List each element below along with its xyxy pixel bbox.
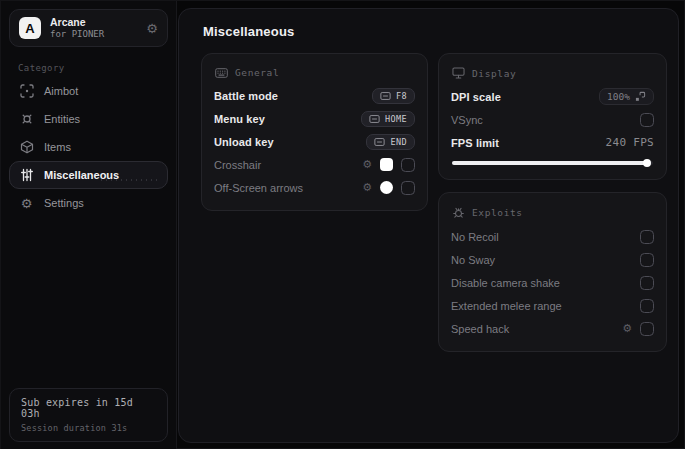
setting-label: VSync xyxy=(451,114,632,126)
category-label: Category xyxy=(18,63,168,73)
setting-label: FPS limit xyxy=(451,137,598,149)
panel-title: General xyxy=(235,67,279,78)
header-settings-gear-icon[interactable]: ⚙ xyxy=(146,22,158,35)
no-recoil-checkbox[interactable] xyxy=(640,230,654,244)
session-duration-text: Session duration 31s xyxy=(21,423,156,433)
setting-label: Unload key xyxy=(214,136,358,148)
vsync-checkbox[interactable] xyxy=(640,113,654,127)
page-title: Miscellaneous xyxy=(203,24,667,39)
setting-label: Menu key xyxy=(214,113,353,125)
setting-row-melee-range: Extended melee range xyxy=(451,294,654,317)
sidebar-item-label: Entities xyxy=(44,113,80,125)
general-panel: General Battle mode F8 Menu key HO xyxy=(201,53,428,211)
offscreen-config-gear-icon[interactable]: ⚙ xyxy=(362,182,372,193)
setting-label: Extended melee range xyxy=(451,300,632,312)
crosshair-checkbox[interactable] xyxy=(401,158,415,172)
setting-row-battle-mode: Battle mode F8 xyxy=(214,84,415,107)
keyboard-icon xyxy=(380,92,391,100)
sidebar-item-label: Settings xyxy=(44,197,84,209)
entities-icon xyxy=(19,112,34,127)
setting-row-no-sway: No Sway xyxy=(451,248,654,271)
setting-row-vsync: VSync xyxy=(451,108,654,131)
panel-title: Display xyxy=(472,68,516,79)
setting-label: Crosshair xyxy=(214,159,354,171)
dpi-scale-selector[interactable]: 100% xyxy=(599,88,654,105)
keybind-button-battle-mode[interactable]: F8 xyxy=(372,88,415,104)
bug-icon xyxy=(452,206,465,219)
setting-row-no-recoil: No Recoil xyxy=(451,225,654,248)
aimbot-scan-icon xyxy=(19,84,34,99)
setting-label: No Recoil xyxy=(451,231,632,243)
gear-icon: ⚙ xyxy=(19,196,34,211)
scale-icon xyxy=(635,91,646,102)
fps-limit-slider[interactable] xyxy=(452,158,653,167)
items-package-icon xyxy=(19,140,34,155)
panel-title: Exploits xyxy=(472,207,523,218)
setting-row-camera-shake: Disable camera shake xyxy=(451,271,654,294)
slider-knob[interactable] xyxy=(643,159,651,167)
app-logo: A xyxy=(19,17,41,39)
setting-row-menu-key: Menu key HOME xyxy=(214,107,415,130)
keybind-button-unload-key[interactable]: END xyxy=(366,134,415,150)
melee-range-checkbox[interactable] xyxy=(640,299,654,313)
keyboard-icon xyxy=(215,68,228,78)
setting-label: Disable camera shake xyxy=(451,277,632,289)
setting-label: Speed hack xyxy=(451,323,614,335)
fps-limit-value: 240 FPS xyxy=(606,136,654,149)
setting-row-crosshair: Crosshair ⚙ xyxy=(214,153,415,176)
app-subtitle: for PIONER xyxy=(50,29,137,39)
speed-hack-config-gear-icon[interactable]: ⚙ xyxy=(622,323,632,334)
keyboard-icon xyxy=(369,115,380,123)
keyboard-icon xyxy=(374,138,385,146)
app-window: A Arcane for PIONER ⚙ Category Aimbot xyxy=(0,0,685,449)
sidebar-item-miscellaneous[interactable]: Miscellaneous xyxy=(9,161,168,189)
sidebar: A Arcane for PIONER ⚙ Category Aimbot xyxy=(1,1,177,449)
monitor-icon xyxy=(452,67,465,79)
sidebar-item-label: Items xyxy=(44,141,71,153)
setting-row-fps-limit: FPS limit 240 FPS xyxy=(451,131,654,154)
app-name: Arcane xyxy=(50,16,137,28)
sidebar-item-aimbot[interactable]: Aimbot xyxy=(9,77,168,105)
keybind-button-menu-key[interactable]: HOME xyxy=(361,111,415,127)
offscreen-checkbox[interactable] xyxy=(401,181,415,195)
speed-hack-checkbox[interactable] xyxy=(640,322,654,336)
setting-row-unload-key: Unload key END xyxy=(214,130,415,153)
setting-row-dpi-scale: DPI scale 100% xyxy=(451,85,654,108)
selected-item-dots-decoration xyxy=(99,178,157,183)
camera-shake-checkbox[interactable] xyxy=(640,276,654,290)
sidebar-item-label: Aimbot xyxy=(44,85,78,97)
setting-label: Off-Screen arrows xyxy=(214,182,354,194)
setting-label: No Sway xyxy=(451,254,632,266)
sub-expiry-text: Sub expires in 15d 03h xyxy=(21,397,156,419)
display-panel: Display DPI scale 100% VSyn xyxy=(438,53,667,180)
sidebar-item-entities[interactable]: Entities xyxy=(9,105,168,133)
subscription-footer-card: Sub expires in 15d 03h Session duration … xyxy=(9,388,168,442)
slider-fill xyxy=(452,161,647,165)
setting-label: Battle mode xyxy=(214,90,364,102)
sidebar-item-settings[interactable]: ⚙ Settings xyxy=(9,189,168,217)
setting-row-speed-hack: Speed hack ⚙ xyxy=(451,317,654,340)
exploits-panel: Exploits No Recoil No Sway Disable camer… xyxy=(438,192,667,352)
app-header-card: A Arcane for PIONER ⚙ xyxy=(9,9,168,47)
sidebar-nav: Aimbot Entities Items xyxy=(9,77,168,217)
setting-row-offscreen-arrows: Off-Screen arrows ⚙ xyxy=(214,176,415,199)
offscreen-color-swatch[interactable] xyxy=(380,181,393,194)
sliders-icon xyxy=(19,168,34,183)
main-content: Miscellaneous General Battle mode xyxy=(178,8,679,443)
setting-label: DPI scale xyxy=(451,91,591,103)
no-sway-checkbox[interactable] xyxy=(640,253,654,267)
sidebar-item-items[interactable]: Items xyxy=(9,133,168,161)
crosshair-color-swatch[interactable] xyxy=(380,158,393,171)
crosshair-config-gear-icon[interactable]: ⚙ xyxy=(362,159,372,170)
